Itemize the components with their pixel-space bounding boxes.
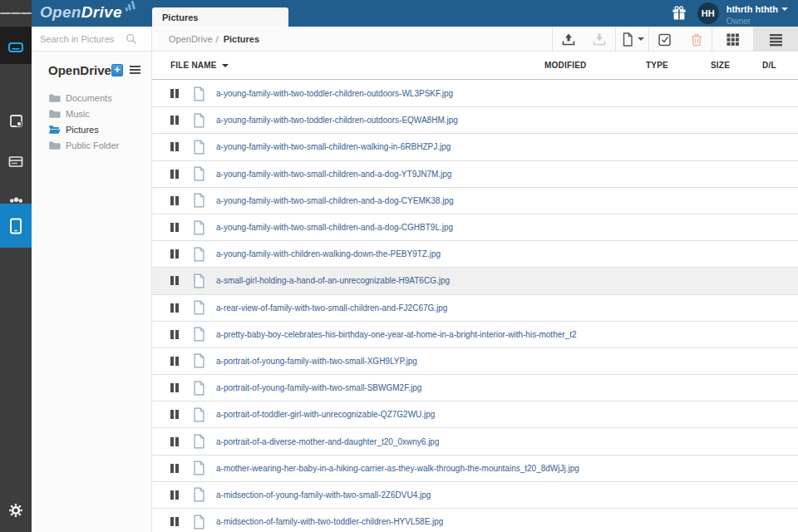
column-header-filename[interactable]: FILE NAME <box>170 61 229 70</box>
pause-icon[interactable] <box>170 464 180 473</box>
file-name-link[interactable]: a-portrait-of-young-family-with-two-smal… <box>216 383 421 392</box>
folder-panel-menu-icon[interactable] <box>130 64 140 76</box>
download-button[interactable] <box>584 27 615 52</box>
table-row[interactable]: a-young-family-with-two-toddler-children… <box>152 107 798 134</box>
file-name-link[interactable]: a-small-girl-holding-a-hand-of-an-unreco… <box>216 276 450 285</box>
file-icon <box>193 113 205 128</box>
sidebar-folder-item[interactable]: Documents <box>32 90 152 106</box>
table-row[interactable]: a-portrait-of-a-diverse-mother-and-daugh… <box>152 428 798 455</box>
table-row[interactable]: a-portrait-of-young-family-with-two-smal… <box>152 375 798 401</box>
table-row[interactable]: a-young-family-with-two-small-children-w… <box>152 134 798 160</box>
file-name-link[interactable]: a-portrait-of-toddler-girl-with-unrecogn… <box>216 410 435 419</box>
column-header-type[interactable]: TYPE <box>646 61 668 70</box>
pause-icon[interactable] <box>170 249 180 259</box>
file-name-link[interactable]: a-mother-wearing-her-baby-in-a-hiking-ca… <box>216 464 579 473</box>
logo-signal-icon <box>122 1 135 12</box>
trash-icon <box>688 32 704 47</box>
table-row[interactable]: a-mother-wearing-her-baby-in-a-hiking-ca… <box>152 456 798 482</box>
rail-item-devices[interactable] <box>0 204 32 248</box>
table-row[interactable]: a-midsection-of-family-with-two-toddler-… <box>152 509 798 532</box>
add-folder-button[interactable]: + <box>111 64 123 76</box>
pause-icon[interactable] <box>170 89 180 98</box>
table-row[interactable]: a-portrait-of-young-family-with-two-smal… <box>152 348 798 375</box>
file-name-link[interactable]: a-young-family-with-two-small-children-w… <box>216 142 451 151</box>
file-table: FILE NAME MODIFIED TYPE SIZE D/L a-young… <box>152 52 798 532</box>
table-row[interactable]: a-midsection-of-young-family-with-two-sm… <box>152 482 798 509</box>
pause-icon[interactable] <box>170 142 180 151</box>
file-icon <box>193 140 205 155</box>
delete-button[interactable] <box>680 27 712 52</box>
list-view-button[interactable] <box>753 27 798 52</box>
column-header-download[interactable]: D/L <box>762 61 776 70</box>
pause-icon[interactable] <box>170 410 180 419</box>
sidebar-folder-item[interactable]: Music <box>32 106 152 121</box>
opendrive-logo: OpenDrive <box>40 3 122 22</box>
breadcrumb-current: Pictures <box>224 34 259 44</box>
pause-icon[interactable] <box>170 116 180 125</box>
avatar[interactable]: HH <box>697 2 719 24</box>
rail-item-settings[interactable] <box>0 502 32 519</box>
search-icon[interactable] <box>125 32 138 46</box>
file-name-link[interactable]: a-young-family-with-two-small-children-a… <box>216 223 453 232</box>
file-name-link[interactable]: a-midsection-of-young-family-with-two-sm… <box>216 490 431 500</box>
table-row[interactable]: a-small-girl-holding-a-hand-of-an-unreco… <box>152 268 798 294</box>
table-header: FILE NAME MODIFIED TYPE SIZE D/L <box>152 52 798 80</box>
select-all-button[interactable] <box>648 27 680 52</box>
file-name-link[interactable]: a-young-family-with-two-small-children-a… <box>216 170 451 179</box>
tab-pictures[interactable]: Pictures <box>152 7 288 27</box>
pause-icon[interactable] <box>170 196 180 205</box>
file-name-link[interactable]: a-rear-view-of-family-with-two-small-chi… <box>216 303 447 313</box>
user-menu[interactable]: hthrth hthth Owner <box>727 0 791 27</box>
pause-icon[interactable] <box>170 357 180 366</box>
grid-view-button[interactable] <box>712 27 753 52</box>
gift-icon[interactable] <box>671 5 687 22</box>
folder-label: Public Folder <box>66 140 119 150</box>
file-icon <box>193 86 205 101</box>
pause-icon[interactable] <box>170 437 180 446</box>
pause-icon[interactable] <box>170 330 180 339</box>
table-row[interactable]: a-portrait-of-toddler-girl-with-unrecogn… <box>152 401 798 428</box>
sidebar-folder-item[interactable]: Public Folder <box>32 137 152 153</box>
logo-text-open: Open <box>40 3 81 21</box>
table-row[interactable]: a-rear-view-of-family-with-two-small-chi… <box>152 295 798 322</box>
pause-icon[interactable] <box>170 223 180 232</box>
rail-item-notes[interactable] <box>0 106 32 135</box>
pause-icon[interactable] <box>170 276 180 285</box>
file-name-link[interactable]: a-portrait-of-young-family-with-two-smal… <box>216 357 417 366</box>
table-row[interactable]: a-young-family-with-two-toddler-children… <box>152 81 798 107</box>
file-icon <box>193 327 205 342</box>
column-header-modified[interactable]: MODIFIED <box>544 61 587 70</box>
main-menu-button[interactable] <box>0 0 32 27</box>
pause-icon[interactable] <box>170 490 180 500</box>
column-header-size[interactable]: SIZE <box>711 61 730 70</box>
table-row[interactable]: a-young-family-with-two-small-children-a… <box>152 188 798 214</box>
file-name-link[interactable]: a-young-family-with-two-small-children-a… <box>216 196 454 205</box>
sidebar-folder-item[interactable]: Pictures <box>32 121 152 137</box>
pause-icon[interactable] <box>170 517 180 526</box>
gear-icon <box>7 502 24 519</box>
breadcrumb-root[interactable]: OpenDrive <box>169 34 213 44</box>
pause-icon[interactable] <box>170 170 180 179</box>
file-name-link[interactable]: a-pretty-baby-boy-celebrates-his-birthda… <box>216 330 577 339</box>
table-row[interactable]: a-young-family-with-two-small-children-a… <box>152 161 798 188</box>
pause-icon[interactable] <box>170 303 180 313</box>
file-name-link[interactable]: a-portrait-of-a-diverse-mother-and-daugh… <box>216 437 439 446</box>
rail-item-drive[interactable] <box>0 33 32 62</box>
new-document-dropdown[interactable] <box>633 27 648 52</box>
file-name-link[interactable]: a-midsection-of-family-with-two-toddler-… <box>216 517 443 526</box>
file-name-link[interactable]: a-young-family-with-children-walking-dow… <box>216 249 441 259</box>
user-name: hthrth hthth <box>727 4 778 14</box>
file-icon <box>193 487 205 502</box>
pause-icon[interactable] <box>170 383 180 392</box>
folder-panel-title: OpenDrive <box>48 63 111 77</box>
folder-icon <box>48 91 61 104</box>
file-name-link[interactable]: a-young-family-with-two-toddler-children… <box>216 116 458 125</box>
folder-label: Music <box>66 109 90 119</box>
search-input[interactable] <box>32 34 125 44</box>
upload-button[interactable] <box>552 27 584 52</box>
table-row[interactable]: a-pretty-baby-boy-celebrates-his-birthda… <box>152 322 798 348</box>
file-name-link[interactable]: a-young-family-with-two-toddler-children… <box>216 89 453 98</box>
table-row[interactable]: a-young-family-with-children-walking-dow… <box>152 241 798 268</box>
table-row[interactable]: a-young-family-with-two-small-children-a… <box>152 214 798 241</box>
rail-item-storage[interactable] <box>0 147 32 175</box>
